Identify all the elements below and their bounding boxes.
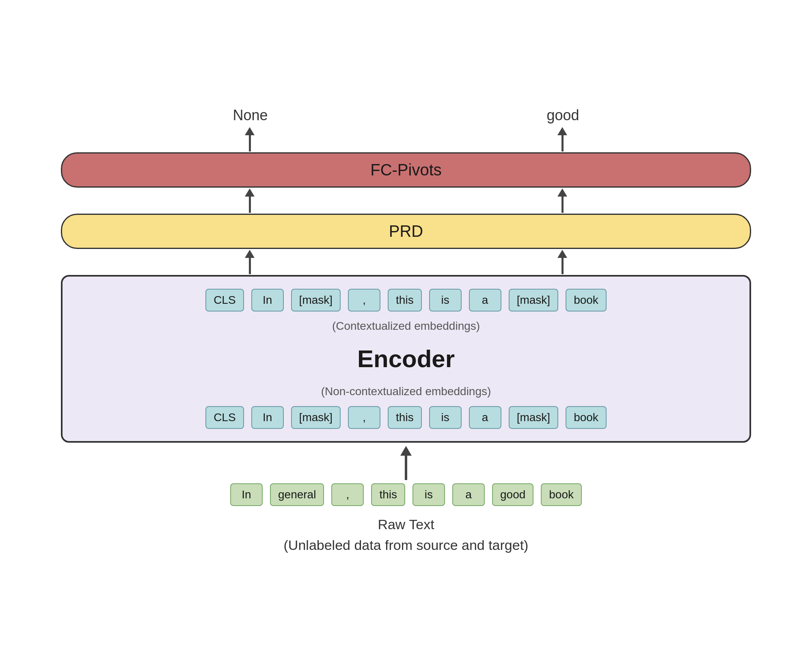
arrow-raw-to-encoder <box>400 446 412 480</box>
output-good-label: good <box>546 107 579 124</box>
arrows-fc-prd <box>61 188 751 213</box>
non-contextualized-label: (Non-contextualized embeddings) <box>321 385 491 398</box>
arrows-prd-enc <box>61 250 751 274</box>
prd-bar: PRD <box>61 214 751 249</box>
token-nonctx-mask: [mask] <box>509 406 558 429</box>
raw-token-a: a <box>452 483 485 506</box>
arrow-head-none <box>245 127 255 135</box>
token-nonctx-this: this <box>388 406 422 429</box>
output-labels: None good <box>61 107 751 124</box>
raw-token-row: Ingeneral,thisisagoodbook <box>230 483 582 506</box>
token-nonctx-,: , <box>348 406 380 429</box>
token-a: a <box>469 289 501 312</box>
arrow-prd-enc-right <box>557 250 567 274</box>
raw-token-good: good <box>492 483 533 506</box>
arrow-shaft-prd-enc-right <box>561 258 564 274</box>
arrows-to-output <box>61 127 751 151</box>
fc-pivots-bar: FC-Pivots <box>61 152 751 188</box>
encoder-box: CLSIn[mask],thisisa[mask]book (Contextua… <box>61 275 751 443</box>
arrow-head-fc-prd-right <box>557 188 567 197</box>
arrow-head-prd-enc-right <box>557 250 567 258</box>
arrow-shaft-fc-prd-left <box>249 197 251 213</box>
raw-text-labels: Raw Text (Unlabeled data from source and… <box>284 514 529 556</box>
token-mask: [mask] <box>509 289 558 312</box>
raw-text-section: Ingeneral,thisisagoodbook Raw Text (Unla… <box>230 483 582 556</box>
arrow-head-prd-enc-left <box>245 250 255 258</box>
contextualized-label: (Contextualized embeddings) <box>332 320 480 333</box>
arrow-prd-enc-left <box>245 250 255 274</box>
arrow-shaft-none <box>249 135 251 151</box>
token-nonctx-CLS: CLS <box>205 406 244 429</box>
non-contextualized-token-row: CLSIn[mask],thisisa[mask]book <box>205 406 607 429</box>
token-nonctx-a: a <box>469 406 501 429</box>
token-nonctx-book: book <box>566 406 607 429</box>
token-nonctx-mask: [mask] <box>291 406 341 429</box>
arrow-fc-prd-right <box>557 188 567 213</box>
arrow-shaft-fc-prd-right <box>561 197 564 213</box>
token-nonctx-is: is <box>429 406 462 429</box>
prd-label: PRD <box>389 222 423 240</box>
token-this: this <box>388 289 422 312</box>
output-none-label: None <box>233 107 268 124</box>
token-,: , <box>348 289 380 312</box>
arrow-shaft-good <box>561 135 564 151</box>
raw-token-this: this <box>371 483 405 506</box>
arrow-good <box>557 127 567 151</box>
token-CLS: CLS <box>205 289 244 312</box>
arrow-head-good <box>557 127 567 135</box>
token-is: is <box>429 289 462 312</box>
arrow-shaft-prd-enc-left <box>249 258 251 274</box>
raw-text-sublabel: (Unlabeled data from source and target) <box>284 535 529 556</box>
token-mask: [mask] <box>291 289 341 312</box>
raw-token-In: In <box>230 483 263 506</box>
encoder-title: Encoder <box>357 345 455 373</box>
arrow-none <box>245 127 255 151</box>
raw-token-,: , <box>331 483 364 506</box>
token-nonctx-In: In <box>251 406 284 429</box>
contextualized-token-row: CLSIn[mask],thisisa[mask]book <box>205 289 607 312</box>
token-book: book <box>566 289 607 312</box>
arrow-fc-prd-left <box>245 188 255 213</box>
fc-pivots-label: FC-Pivots <box>370 161 442 179</box>
arrow-shaft-raw <box>405 456 407 480</box>
raw-token-book: book <box>541 483 582 506</box>
arrow-head-raw <box>400 446 412 456</box>
raw-token-is: is <box>412 483 445 506</box>
arrow-head-fc-prd-left <box>245 188 255 197</box>
raw-token-general: general <box>270 483 324 506</box>
token-In: In <box>251 289 284 312</box>
diagram: None good FC-Pivots PRD <box>61 107 751 556</box>
raw-text-label: Raw Text <box>378 514 434 535</box>
